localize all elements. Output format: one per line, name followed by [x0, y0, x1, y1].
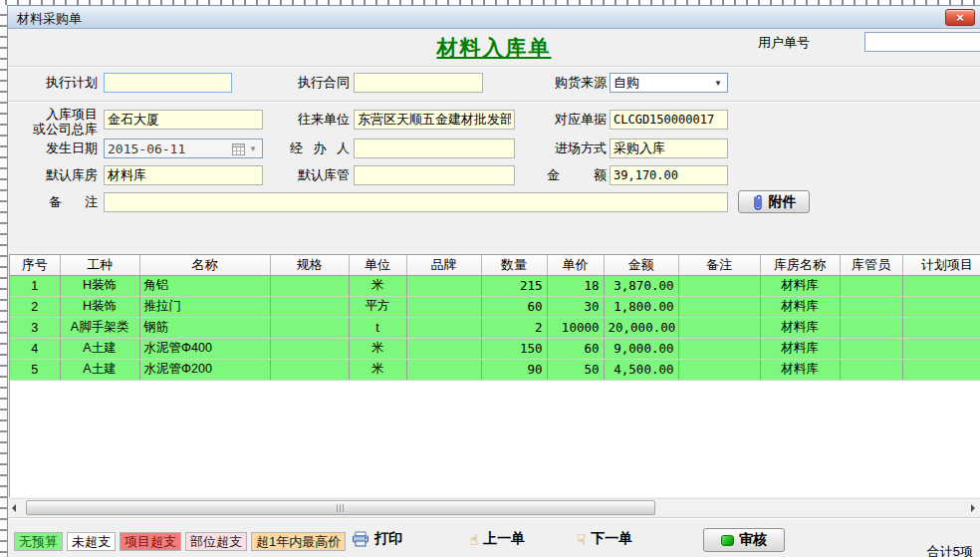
table-cell[interactable]: 水泥管Φ400	[139, 338, 270, 359]
column-header[interactable]: 备注	[678, 255, 760, 275]
column-header[interactable]: 品牌	[406, 255, 481, 275]
table-cell[interactable]	[840, 296, 902, 317]
table-cell[interactable]: 材料库	[760, 275, 840, 296]
table-cell[interactable]	[902, 275, 980, 296]
table-cell[interactable]: 推拉门	[139, 296, 270, 317]
table-cell[interactable]	[270, 296, 349, 317]
table-cell[interactable]	[270, 317, 349, 338]
table-cell[interactable]: 2	[481, 317, 547, 338]
horizontal-scrollbar[interactable]	[9, 498, 980, 515]
table-cell[interactable]: 50	[547, 359, 604, 380]
table-cell[interactable]: 1	[10, 275, 60, 296]
table-cell[interactable]: 30	[547, 296, 604, 317]
table-cell[interactable]	[902, 296, 980, 317]
table-cell[interactable]: 9,000.00	[604, 338, 678, 359]
table-cell[interactable]	[840, 275, 902, 296]
occur-date-picker[interactable]: 2015-06-11 ▼	[104, 139, 263, 158]
column-header[interactable]: 序号	[10, 255, 60, 275]
table-cell[interactable]: H装饰	[60, 296, 139, 317]
table-cell[interactable]: 米	[349, 359, 406, 380]
table-cell[interactable]	[840, 317, 902, 338]
table-cell[interactable]	[406, 296, 481, 317]
exec-contract-input[interactable]	[354, 73, 483, 93]
table-row[interactable]: 1H装饰角铝米215183,870.00材料库	[10, 275, 980, 296]
table-cell[interactable]: 60	[481, 296, 547, 317]
table-cell[interactable]	[678, 317, 760, 338]
close-button[interactable]: ×	[945, 9, 975, 26]
user-no-input[interactable]	[864, 32, 980, 52]
table-cell[interactable]: 3,870.00	[604, 275, 678, 296]
table-cell[interactable]: A脚手架类	[60, 317, 139, 338]
previous-record-button[interactable]: ☝ 上一单	[469, 530, 525, 548]
table-cell[interactable]: 钢筋	[139, 317, 270, 338]
table-cell[interactable]: 水泥管Φ200	[139, 359, 270, 380]
column-header[interactable]: 数量	[481, 255, 547, 275]
column-header[interactable]: 名称	[139, 255, 270, 275]
table-cell[interactable]: 平方	[349, 296, 406, 317]
purchase-source-dropdown[interactable]: 自购 ▼	[610, 73, 728, 93]
table-cell[interactable]: A土建	[60, 338, 139, 359]
table-cell[interactable]: 150	[481, 338, 547, 359]
table-cell[interactable]	[678, 296, 760, 317]
next-record-button[interactable]: ☟ 下一单	[577, 530, 632, 548]
table-cell[interactable]: A土建	[60, 359, 139, 380]
table-cell[interactable]: 5	[10, 359, 60, 380]
remark-input[interactable]	[104, 192, 728, 212]
table-cell[interactable]	[406, 359, 481, 380]
table-cell[interactable]	[902, 317, 980, 338]
scroll-left-button[interactable]	[9, 499, 25, 516]
column-header[interactable]: 工种	[60, 255, 139, 275]
table-cell[interactable]: 90	[481, 359, 547, 380]
table-cell[interactable]: 材料库	[760, 359, 840, 380]
table-cell[interactable]	[406, 275, 481, 296]
table-cell[interactable]: 20,000.00	[604, 317, 678, 338]
print-button[interactable]: 打印	[352, 530, 402, 548]
table-cell[interactable]	[840, 338, 902, 359]
table-row[interactable]: 5A土建水泥管Φ200米90504,500.00材料库	[10, 359, 980, 380]
table-cell[interactable]: 2	[10, 296, 60, 317]
table-cell[interactable]	[406, 317, 481, 338]
column-header[interactable]: 金额	[604, 255, 678, 275]
table-cell[interactable]: 4,500.00	[604, 359, 678, 380]
attachment-button[interactable]: 附件	[738, 190, 810, 213]
table-cell[interactable]	[902, 338, 980, 359]
scrollbar-thumb[interactable]	[26, 500, 655, 515]
column-header[interactable]: 计划项目	[902, 255, 980, 275]
table-cell[interactable]: 1,800.00	[604, 296, 678, 317]
table-cell[interactable]: 材料库	[760, 317, 840, 338]
table-cell[interactable]	[270, 338, 349, 359]
column-header[interactable]: 单价	[547, 255, 604, 275]
table-cell[interactable]	[406, 338, 481, 359]
table-cell[interactable]	[678, 275, 760, 296]
table-cell[interactable]: 60	[547, 338, 604, 359]
table-cell[interactable]	[678, 359, 760, 380]
table-cell[interactable]: 角铝	[139, 275, 270, 296]
table-cell[interactable]	[270, 359, 349, 380]
default-warehouse-input[interactable]	[104, 165, 263, 185]
table-row[interactable]: 3A脚手架类钢筋t21000020,000.00材料库	[10, 317, 980, 338]
table-cell[interactable]: 10000	[547, 317, 604, 338]
ref-doc-input[interactable]	[610, 110, 728, 130]
column-header[interactable]: 规格	[270, 255, 349, 275]
default-keeper-input[interactable]	[354, 165, 515, 185]
table-cell[interactable]	[678, 338, 760, 359]
project-input[interactable]	[104, 110, 263, 130]
amount-input[interactable]	[610, 165, 728, 185]
exec-plan-input[interactable]	[104, 73, 232, 93]
table-row[interactable]: 2H装饰推拉门平方60301,800.00材料库	[10, 296, 980, 317]
entry-mode-input[interactable]	[610, 139, 728, 158]
column-header[interactable]: 单位	[349, 255, 406, 275]
table-cell[interactable]: 4	[10, 338, 60, 359]
scroll-right-button[interactable]	[966, 499, 980, 516]
handler-input[interactable]	[354, 139, 515, 158]
table-cell[interactable]	[270, 275, 349, 296]
table-row[interactable]: 4A土建水泥管Φ400米150609,000.00材料库	[10, 338, 980, 359]
table-cell[interactable]: H装饰	[60, 275, 139, 296]
table-cell[interactable]: 米	[349, 338, 406, 359]
table-cell[interactable]	[840, 359, 902, 380]
counterpart-input[interactable]	[354, 110, 515, 130]
table-cell[interactable]: 3	[10, 317, 60, 338]
table-cell[interactable]: 材料库	[760, 338, 840, 359]
table-cell[interactable]: 米	[349, 275, 406, 296]
table-cell[interactable]	[902, 359, 980, 380]
